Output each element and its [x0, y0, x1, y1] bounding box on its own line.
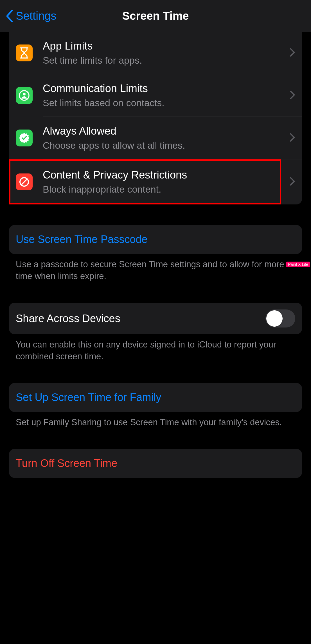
row-title: Content & Privacy Restrictions	[43, 169, 280, 182]
chevron-right-icon	[290, 133, 295, 143]
svg-point-1	[23, 93, 26, 95]
back-button[interactable]: Settings	[6, 10, 57, 22]
setup-family-button[interactable]: Set Up Screen Time for Family	[9, 383, 302, 412]
row-subtitle: Block inappropriate content.	[43, 183, 280, 195]
passcode-footer: Use a passcode to secure Screen Time set…	[9, 254, 302, 282]
hourglass-icon	[16, 44, 33, 61]
nosign-icon	[16, 173, 33, 190]
row-subtitle: Set limits based on contacts.	[43, 97, 286, 109]
family-footer: Set up Family Sharing to use Screen Time…	[9, 412, 302, 428]
chevron-back-icon	[6, 10, 13, 22]
link-label: Use Screen Time Passcode	[16, 233, 148, 245]
back-label: Settings	[16, 10, 57, 22]
page-title: Screen Time	[122, 10, 189, 22]
link-label: Set Up Screen Time for Family	[16, 391, 161, 403]
toggle-label: Share Across Devices	[16, 313, 120, 325]
row-subtitle: Choose apps to allow at all times.	[43, 139, 286, 151]
highlight-annotation: Content & Privacy Restrictions Block ina…	[9, 159, 281, 204]
row-subtitle: Set time limits for apps.	[43, 54, 286, 66]
row-communication-limits[interactable]: Communication Limits Set limits based on…	[9, 74, 302, 117]
link-label: Turn Off Screen Time	[16, 457, 117, 469]
use-passcode-button[interactable]: Use Screen Time Passcode	[9, 225, 302, 254]
row-title: Communication Limits	[43, 82, 286, 95]
row-content-privacy[interactable]: Content & Privacy Restrictions Block ina…	[10, 161, 280, 203]
toggle-knob	[266, 310, 283, 327]
row-title: App Limits	[43, 40, 286, 53]
share-toggle[interactable]	[265, 309, 295, 327]
share-footer: You can enable this on any device signed…	[9, 334, 302, 362]
row-share-across-devices: Share Across Devices	[9, 303, 302, 334]
turn-off-button[interactable]: Turn Off Screen Time	[9, 449, 302, 478]
chevron-right-icon	[290, 48, 295, 58]
chevron-right-icon	[290, 90, 295, 101]
navigation-bar: Settings Screen Time	[0, 0, 311, 32]
checkmark-seal-icon	[16, 130, 33, 146]
row-always-allowed[interactable]: Always Allowed Choose apps to allow at a…	[9, 117, 302, 159]
chevron-right-icon	[285, 177, 302, 187]
row-title: Always Allowed	[43, 125, 286, 138]
watermark-badge: Paint X Lite	[286, 262, 310, 267]
row-app-limits[interactable]: App Limits Set time limits for apps.	[9, 32, 302, 74]
svg-line-3	[21, 179, 27, 185]
settings-group-limits: App Limits Set time limits for apps. Com…	[9, 32, 302, 204]
person-circle-icon	[16, 87, 33, 104]
